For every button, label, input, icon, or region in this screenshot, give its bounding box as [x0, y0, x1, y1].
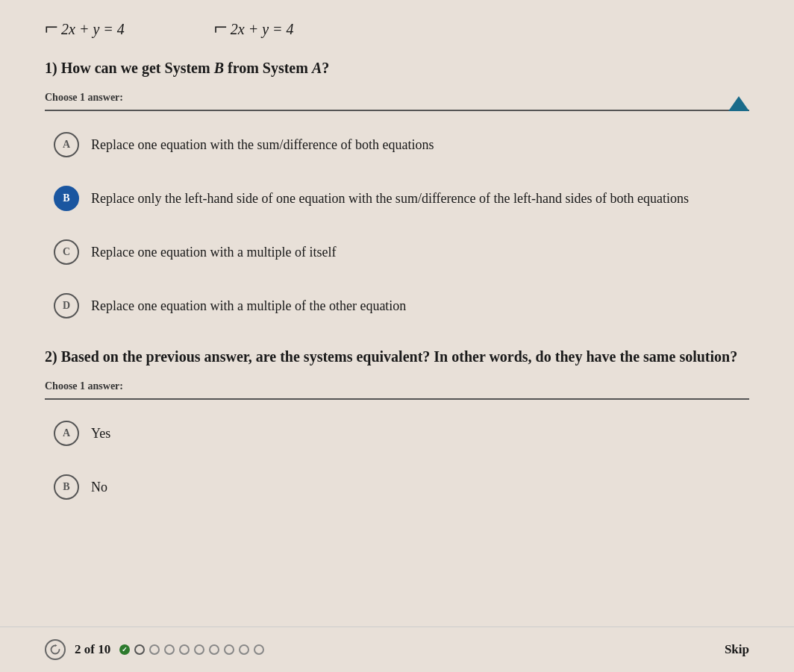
q2-option-b-circle: B [54, 474, 79, 500]
progress-dots [119, 644, 264, 655]
q1-option-b-text: Replace only the left-hand side of one e… [91, 186, 689, 209]
dot-10-empty [254, 644, 264, 655]
q2-option-a-text: Yes [91, 421, 110, 444]
q1-option-a-text: Replace one equation with the sum/differ… [91, 132, 434, 155]
q1-option-d-circle: D [54, 293, 79, 318]
dot-3-empty [149, 644, 160, 655]
dot-4-empty [164, 644, 175, 655]
dot-1-check [119, 644, 130, 655]
q1-divider [45, 110, 749, 111]
q1-option-d[interactable]: D Replace one equation with a multiple o… [45, 287, 749, 324]
q2-option-a[interactable]: A Yes [45, 415, 749, 452]
refresh-icon[interactable] [45, 639, 66, 660]
q1-option-a[interactable]: A Replace one equation with the sum/diff… [45, 126, 749, 163]
q2-option-b-text: No [91, 474, 107, 497]
equation-right-text: 2x + y = 4 [231, 18, 294, 38]
q2-option-a-circle: A [54, 421, 79, 446]
dot-6-empty [194, 644, 204, 655]
q2-divider [45, 398, 749, 400]
page-container: ⌐ 2x + y = 4 ⌐ 2x + y = 4 1) How can we … [0, 0, 794, 672]
q1-option-d-text: Replace one equation with a multiple of … [91, 293, 406, 316]
equation-left-text: 2x + y = 4 [61, 18, 125, 38]
q1-option-b-circle: B [54, 186, 79, 211]
q1-choose-label: Choose 1 answer: [45, 92, 749, 104]
q1-option-a-circle: A [54, 132, 79, 157]
dot-5-empty [179, 644, 190, 655]
q1-text-before: 1) How can we get System [45, 60, 214, 76]
bottom-bar: 2 of 10 Skip [0, 627, 794, 672]
question1-title: 1) How can we get System B from System A… [45, 60, 749, 77]
q2-choose-label: Choose 1 answer: [45, 380, 749, 392]
question2-section: 2) Based on the previous answer, are the… [45, 348, 749, 506]
equations-header: ⌐ 2x + y = 4 ⌐ 2x + y = 4 [45, 18, 749, 39]
equation-right: ⌐ 2x + y = 4 [214, 18, 294, 39]
skip-button[interactable]: Skip [725, 642, 749, 657]
q1-option-c-circle: C [54, 239, 79, 265]
equation-left: ⌐ 2x + y = 4 [45, 18, 125, 39]
q1-text-middle: from System [224, 60, 312, 76]
q1-system-a: A [312, 60, 322, 76]
q1-option-b[interactable]: B Replace only the left-hand side of one… [45, 180, 749, 217]
q1-system-b: B [214, 60, 224, 76]
dot-7-empty [209, 644, 219, 655]
question2-title: 2) Based on the previous answer, are the… [45, 348, 749, 365]
q1-option-c[interactable]: C Replace one equation with a multiple o… [45, 233, 749, 271]
q2-option-b[interactable]: B No [45, 468, 749, 506]
progress-text: 2 of 10 [75, 642, 110, 657]
bracket-left-1: ⌐ [45, 15, 58, 39]
q1-text-end: ? [322, 60, 329, 76]
divider-arrow [728, 96, 749, 111]
dot-9-empty [239, 644, 249, 655]
bottom-left: 2 of 10 [45, 639, 264, 660]
dot-2-current [134, 644, 145, 655]
q1-option-c-text: Replace one equation with a multiple of … [91, 239, 336, 263]
bracket-left-2: ⌐ [214, 15, 228, 39]
dot-8-empty [224, 644, 234, 655]
main-content: ⌐ 2x + y = 4 ⌐ 2x + y = 4 1) How can we … [0, 0, 794, 627]
